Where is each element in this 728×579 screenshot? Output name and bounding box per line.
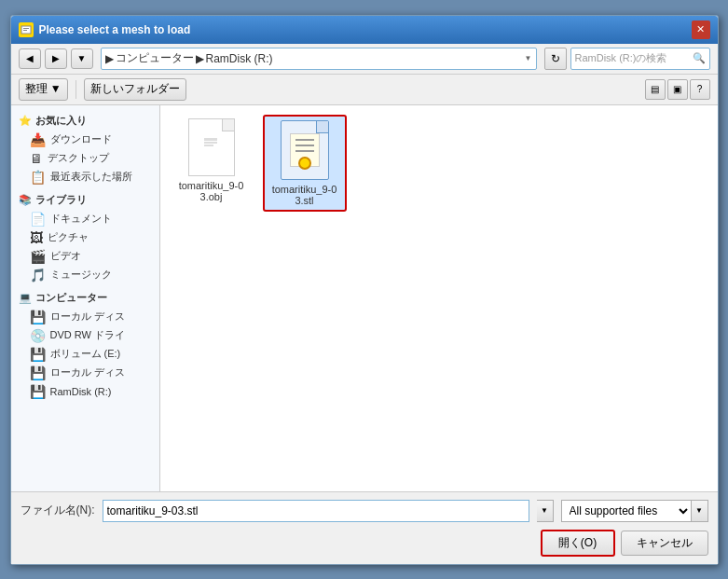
- cancel-button[interactable]: キャンセル: [621, 531, 708, 556]
- obj-file-icon: [188, 118, 235, 176]
- sidebar-item-video[interactable]: 🎬 ビデオ: [11, 247, 159, 266]
- library-icon: 📚: [19, 194, 32, 206]
- filename-row: ファイル名(N): ▼ All supported files ▼: [21, 500, 708, 522]
- forward-button[interactable]: ▶: [45, 48, 67, 69]
- sidebar-item-music[interactable]: 🎵 ミュージック: [11, 266, 159, 284]
- filename-input[interactable]: [103, 500, 529, 522]
- bottom-bar: ファイル名(N): ▼ All supported files ▼ 開く(O) …: [11, 491, 718, 564]
- main-area: ⭐ お気に入り 📥 ダウンロード 🖥 デスクトップ 📋 最近表示した場所: [11, 105, 718, 491]
- cert-medal: [298, 157, 311, 170]
- svg-rect-5: [204, 145, 213, 146]
- new-folder-button[interactable]: 新しいフォルダー: [84, 78, 186, 101]
- view-buttons: ▤ ▣ ?: [645, 79, 710, 100]
- favorites-title: ⭐ お気に入り: [11, 111, 159, 131]
- library-title: 📚 ライブラリ: [11, 190, 159, 210]
- breadcrumb-arrow1: ▶: [105, 52, 114, 65]
- sidebar-item-pictures[interactable]: 🖼 ピクチャ: [11, 228, 159, 247]
- dvd-icon: 💿: [30, 328, 46, 343]
- svg-rect-1: [23, 28, 29, 29]
- music-icon: 🎵: [30, 268, 46, 283]
- view-toggle-button[interactable]: ▤: [645, 79, 666, 100]
- cert-line1: [295, 139, 314, 141]
- recent-icon: 📋: [30, 170, 46, 185]
- local-disk-icon: 💾: [30, 310, 46, 324]
- sidebar: ⭐ お気に入り 📥 ダウンロード 🖥 デスクトップ 📋 最近表示した場所: [11, 105, 160, 491]
- sidebar-item-ramdisk[interactable]: 💾 RamDisk (R:): [11, 382, 159, 401]
- stl-file-label: tomaritiku_9-03.stl: [272, 184, 337, 206]
- library-section: 📚 ライブラリ 📄 ドキュメント 🖼 ピクチャ 🎬 ビデオ 🎵 ミ: [11, 190, 159, 284]
- action-row: 開く(O) キャンセル: [21, 530, 708, 557]
- breadcrumb-computer: コンピューター: [116, 50, 194, 66]
- back-button[interactable]: ◀: [19, 48, 41, 69]
- sidebar-item-desktop[interactable]: 🖥 デスクトップ: [11, 149, 159, 168]
- cert-line2: [295, 145, 314, 146]
- filetype-dropdown-arrow[interactable]: ▼: [692, 500, 708, 522]
- sidebar-item-volume-e[interactable]: 💾 ボリューム (E:): [11, 345, 159, 364]
- search-box[interactable]: RamDisk (R:)の検索 🔍: [570, 48, 710, 70]
- certificate-icon: [290, 133, 320, 167]
- titlebar: Please select a mesh to load ✕: [11, 16, 718, 44]
- computer-section: 💻 コンピューター 💾 ローカル ディス 💿 DVD RW ドライ 💾 ボリュー…: [11, 288, 159, 401]
- action-bar: 整理 ▼ 新しいフォルダー ▤ ▣ ?: [11, 75, 718, 105]
- toolbar-divider: [76, 80, 76, 99]
- filename-label: ファイル名(N):: [21, 503, 95, 518]
- address-dropdown-icon[interactable]: ▼: [525, 54, 532, 62]
- stl-file-icon: [281, 120, 329, 180]
- pictures-icon: 🖼: [30, 230, 43, 245]
- sidebar-item-recent[interactable]: 📋 最近表示した場所: [11, 168, 159, 186]
- desktop-icon: 🖥: [30, 151, 43, 166]
- volume-e-icon: 💾: [30, 347, 46, 362]
- content-area: tomaritiku_9-03.obj tomaritiku_9-03.stl: [160, 105, 718, 491]
- file-item-obj[interactable]: tomaritiku_9-03.obj: [170, 115, 254, 212]
- nav-toolbar: ◀ ▶ ▼ ▶ コンピューター ▶ RamDisk (R:) ▼ ↻ RamDi…: [11, 44, 718, 75]
- close-button[interactable]: ✕: [692, 21, 710, 39]
- sidebar-item-documents[interactable]: 📄 ドキュメント: [11, 210, 159, 228]
- download-icon: 📥: [30, 132, 46, 147]
- ramdisk-icon: 💾: [30, 384, 46, 399]
- star-icon: ⭐: [19, 115, 32, 127]
- breadcrumb: ▶ コンピューター ▶ RamDisk (R:): [105, 50, 273, 66]
- file-item-stl[interactable]: tomaritiku_9-03.stl: [263, 115, 347, 212]
- search-icon: 🔍: [693, 52, 706, 64]
- search-placeholder: RamDisk (R:)の検索: [575, 51, 667, 65]
- svg-rect-4: [204, 142, 217, 144]
- breadcrumb-arrow2: ▶: [196, 52, 204, 65]
- filetype-container: All supported files ▼: [561, 500, 708, 522]
- address-bar[interactable]: ▶ コンピューター ▶ RamDisk (R:) ▼: [101, 48, 537, 70]
- dialog-title: Please select a mesh to load: [39, 23, 191, 36]
- svg-rect-3: [204, 138, 217, 141]
- local-disk2-icon: 💾: [30, 365, 46, 380]
- favorites-section: ⭐ お気に入り 📥 ダウンロード 🖥 デスクトップ 📋 最近表示した場所: [11, 111, 159, 186]
- dropdown-button[interactable]: ▼: [71, 48, 93, 69]
- filename-dropdown-arrow[interactable]: ▼: [537, 500, 554, 522]
- open-button[interactable]: 開く(O): [541, 530, 615, 557]
- view-list-button[interactable]: ▣: [667, 79, 688, 100]
- video-icon: 🎬: [30, 249, 46, 264]
- organize-button[interactable]: 整理 ▼: [19, 78, 68, 101]
- sidebar-item-dvd[interactable]: 💿 DVD RW ドライ: [11, 326, 159, 345]
- computer-icon: 💻: [19, 292, 32, 304]
- computer-title: 💻 コンピューター: [11, 288, 159, 308]
- dialog-icon: [19, 22, 34, 37]
- sidebar-item-download[interactable]: 📥 ダウンロード: [11, 131, 159, 149]
- documents-icon: 📄: [30, 212, 46, 227]
- cert-line3: [295, 150, 314, 152]
- breadcrumb-ramdisk: RamDisk (R:): [206, 52, 273, 65]
- svg-rect-2: [23, 30, 27, 31]
- obj-file-label: tomaritiku_9-03.obj: [179, 180, 244, 202]
- help-button[interactable]: ?: [690, 79, 710, 100]
- sidebar-item-local-disk[interactable]: 💾 ローカル ディス: [11, 308, 159, 326]
- refresh-button[interactable]: ↻: [544, 48, 567, 70]
- filetype-select[interactable]: All supported files: [561, 500, 692, 522]
- titlebar-left: Please select a mesh to load: [19, 22, 191, 37]
- sidebar-item-local-disk2[interactable]: 💾 ローカル ディス: [11, 364, 159, 382]
- file-dialog: Please select a mesh to load ✕ ◀ ▶ ▼ ▶ コ…: [10, 15, 719, 565]
